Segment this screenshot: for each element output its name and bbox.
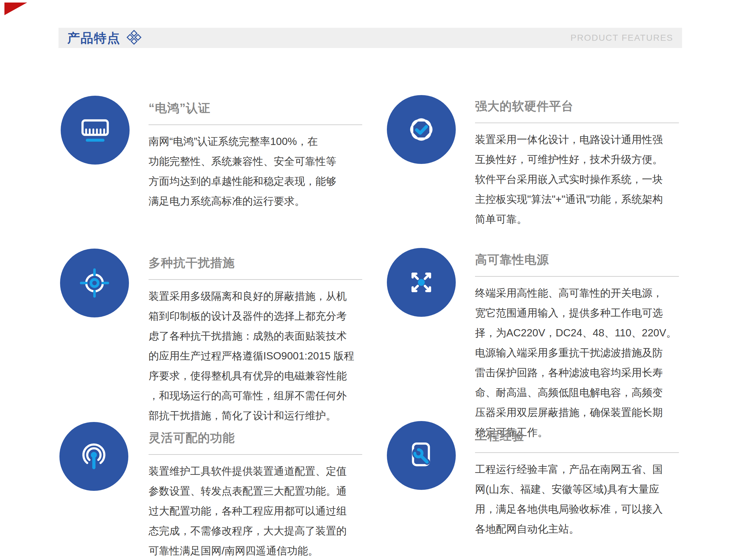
feature-block: 高可靠性电源 终端采用高性能、高可靠性的开关电源， 宽它范围通用输入，提供多种工… — [475, 252, 679, 442]
feature-icon-circle — [61, 96, 130, 165]
feature-title: 高可靠性电源 — [475, 252, 679, 267]
feature-block: 强大的软硬件平台 装置采用一体化设计，电路设计通用性强 互换性好，可维护性好，技… — [475, 99, 679, 229]
feature-body: 装置维护工具软件提供装置通道配置、定值 参数设置、转发点表配置三大配置功能。通 … — [148, 461, 362, 560]
target-icon — [76, 265, 112, 301]
wrench-service-icon — [403, 437, 439, 473]
divider — [148, 279, 362, 280]
feature-icon-circle — [387, 421, 456, 490]
brochure-page: 产品特点 PRODUCT FEATURES — [0, 0, 732, 560]
feature-icon-circle — [387, 95, 456, 164]
divider — [475, 452, 679, 453]
divider — [475, 276, 679, 277]
feature-icon-circle — [60, 249, 129, 317]
broadcast-icon — [76, 438, 112, 474]
page-subtitle: PRODUCT FEATURES — [571, 33, 673, 43]
divider — [475, 123, 679, 123]
verified-badge-icon — [403, 111, 439, 148]
feature-block: 多种抗干扰措施 装置采用多级隔离和良好的屏蔽措施，从机 箱到印制板的设计及器件的… — [148, 255, 362, 425]
feature-title: 工程经验 — [475, 428, 679, 443]
feature-body: 终端采用高性能、高可靠性的开关电源， 宽它范围通用输入，提供多种工作电可选 择，… — [475, 283, 679, 442]
feature-body: 装置采用一体化设计，电路设计通用性强 互换性好，可维护性好，技术升级方便。 软件… — [475, 129, 679, 229]
page-title: 产品特点 — [67, 28, 120, 48]
feature-title: 多种抗干扰措施 — [148, 255, 362, 270]
feature-block: 灵活可配的功能 装置维护工具软件提供装置通道配置、定值 参数设置、转发点表配置三… — [148, 430, 362, 560]
corner-accent — [4, 3, 27, 15]
divider — [148, 454, 362, 455]
expand-arrows-icon — [403, 264, 439, 300]
feature-icon-circle — [59, 422, 128, 491]
header-bar: 产品特点 PRODUCT FEATURES — [58, 28, 682, 48]
feature-title: “电鸿”认证 — [148, 100, 362, 116]
feature-body: 南网“电鸿”认证系统完整率100%，在 功能完整性、系统兼容性、安全可靠性等 方… — [148, 131, 362, 211]
feature-title: 强大的软硬件平台 — [475, 99, 679, 114]
feature-title: 灵活可配的功能 — [148, 430, 362, 445]
diamonds-icon — [125, 29, 142, 46]
feature-body: 工程运行经验丰富，产品在南网五省、国 网(山东、福建、安徽等区域)具有大量应 用… — [475, 459, 679, 539]
divider — [148, 124, 362, 125]
feature-body: 装置采用多级隔离和良好的屏蔽措施，从机 箱到印制板的设计及器件的选择上都充分考 … — [148, 286, 362, 425]
feature-block: “电鸿”认证 南网“电鸿”认证系统完整率100%，在 功能完整性、系统兼容性、安… — [148, 100, 362, 211]
ruler-certification-icon — [77, 112, 113, 148]
feature-icon-circle — [387, 248, 456, 317]
feature-block: 工程经验 工程运行经验丰富，产品在南网五省、国 网(山东、福建、安徽等区域)具有… — [475, 428, 679, 539]
